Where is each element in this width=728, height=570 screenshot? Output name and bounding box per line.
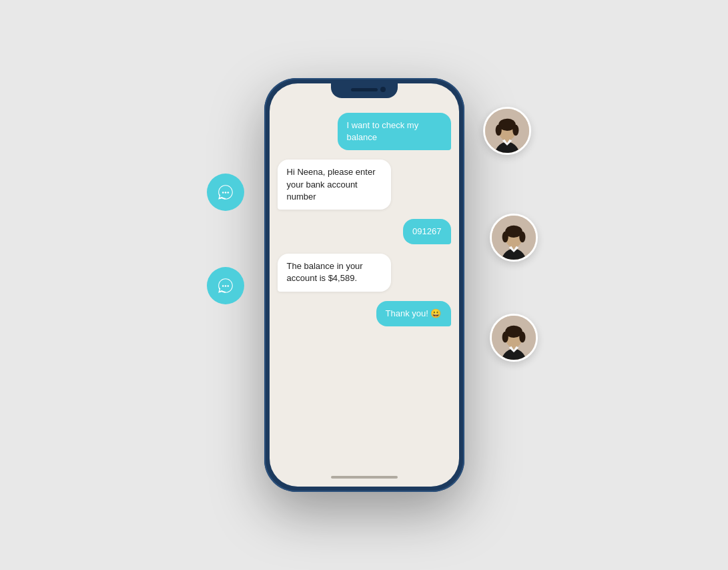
svg-point-4 <box>225 285 227 287</box>
avatar-image-1 <box>485 109 529 153</box>
message-text-4: The balance in your account is $4,589. <box>287 261 363 283</box>
svg-point-11 <box>496 125 502 136</box>
svg-point-12 <box>512 125 518 136</box>
message-bubble-2: Hi Neena, please enter your bank account… <box>278 160 391 210</box>
svg-point-2 <box>227 192 229 194</box>
svg-point-19 <box>502 232 508 243</box>
message-row-2: Hi Neena, please enter your bank account… <box>278 160 451 210</box>
message-text-5: Thank you! 😀 <box>386 308 442 318</box>
notch-speaker <box>351 88 378 91</box>
phone-notch <box>331 83 398 98</box>
avatar-image-3 <box>492 316 536 360</box>
svg-point-1 <box>225 192 227 194</box>
notch-camera <box>380 87 386 92</box>
avatar-circle-2 <box>490 214 538 262</box>
svg-point-0 <box>222 192 224 194</box>
chat-bubble-icon-2 <box>217 277 234 294</box>
message-row-5: Thank you! 😀 <box>278 301 451 326</box>
message-bubble-4: The balance in your account is $4,589. <box>278 254 391 291</box>
message-text-2: Hi Neena, please enter your bank account… <box>287 167 376 201</box>
chat-icon-circle-2 <box>207 267 244 304</box>
svg-point-20 <box>519 232 525 243</box>
avatar-image-2 <box>492 216 536 260</box>
scene: I want to check my balance Hi Neena, ple… <box>0 0 728 570</box>
message-bubble-5: Thank you! 😀 <box>376 301 451 326</box>
message-text-3: 091267 <box>412 226 441 236</box>
chat-icon-circle-1 <box>207 174 244 211</box>
svg-point-27 <box>502 332 508 342</box>
home-indicator <box>331 476 398 479</box>
chat-area: I want to check my balance Hi Neena, ple… <box>270 102 459 453</box>
message-bubble-1: I want to check my balance <box>338 113 451 150</box>
message-row-3: 091267 <box>278 219 451 244</box>
message-text-1: I want to check my balance <box>347 120 419 142</box>
phone-screen: I want to check my balance Hi Neena, ple… <box>270 83 459 487</box>
svg-point-5 <box>227 285 229 287</box>
svg-point-28 <box>519 332 525 342</box>
avatar-circle-3 <box>490 314 538 362</box>
message-bubble-3: 091267 <box>403 219 450 244</box>
message-row-4: The balance in your account is $4,589. <box>278 254 451 291</box>
svg-point-3 <box>222 285 224 287</box>
avatar-circle-1 <box>483 107 531 155</box>
phone: I want to check my balance Hi Neena, ple… <box>264 78 464 492</box>
message-row-1: I want to check my balance <box>278 113 451 150</box>
chat-bubble-icon-1 <box>217 184 234 201</box>
